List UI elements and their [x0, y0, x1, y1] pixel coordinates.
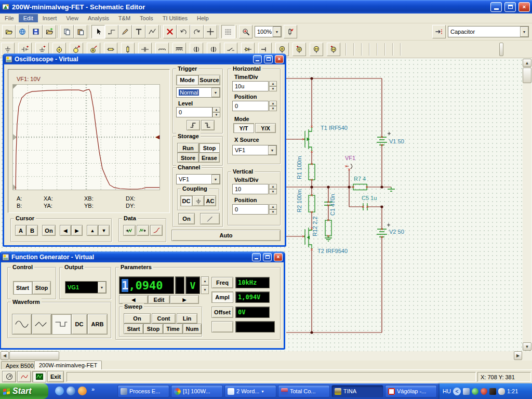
fg-stop-button[interactable]: Stop	[32, 281, 51, 295]
quicklaunch-browser-icon[interactable]	[66, 387, 75, 395]
menu-tm[interactable]: T&M	[114, 14, 135, 22]
tab-apex-b500[interactable]: Apex B500	[1, 361, 38, 369]
ic-plus-icon[interactable]	[292, 43, 306, 56]
open-folder-button[interactable]	[43, 25, 56, 38]
crosshair-button[interactable]	[204, 25, 217, 38]
cursor-b-button[interactable]: B	[26, 225, 38, 236]
close-button[interactable]: ×	[518, 2, 530, 12]
close-button[interactable]: ×	[274, 253, 283, 261]
arb-button[interactable]: ARB	[87, 314, 108, 335]
timediv-spinner[interactable]: ▲▼	[269, 81, 277, 91]
tab-200w-minimalveg-fet[interactable]: 200W-minimalveg-FET	[34, 361, 102, 369]
select-tool-button[interactable]	[91, 25, 105, 38]
tray-network-icon[interactable]	[463, 388, 470, 395]
copy-button[interactable]	[60, 25, 74, 38]
start-button[interactable]: Start	[0, 383, 48, 399]
menu-tools[interactable]: Tools	[135, 14, 158, 22]
channel-combobox[interactable]: VF1 ▼	[176, 174, 220, 184]
sweep-cont-button[interactable]: Cont	[152, 313, 176, 324]
delete-button[interactable]	[163, 25, 177, 38]
wire-tool-button[interactable]	[105, 25, 118, 38]
blank-button[interactable]	[211, 321, 233, 332]
auto-button[interactable]: Auto	[171, 230, 281, 241]
coupling-dc-button[interactable]: DC	[180, 195, 192, 206]
component-label-c5[interactable]: C5 1u	[362, 195, 377, 201]
offset-button[interactable]: Offset	[211, 307, 233, 318]
vertical-scrollbar[interactable]: ▲ ▼	[523, 59, 531, 351]
trigger-rising-edge-button[interactable]	[187, 120, 200, 130]
sweep-on-button[interactable]: On	[124, 313, 151, 324]
data-curve-button[interactable]	[150, 225, 163, 236]
minimize-button[interactable]	[252, 253, 261, 261]
zoom-combobox[interactable]: 100% ▼	[255, 26, 282, 37]
run-button[interactable]: Run	[177, 143, 199, 153]
data-import-button[interactable]	[123, 225, 136, 236]
h-position-spinner[interactable]: ▲▼	[269, 101, 277, 111]
output-combobox[interactable]: VG1 ▼	[65, 281, 107, 294]
quicklaunch-ie-icon[interactable]	[55, 387, 64, 395]
web-button[interactable]	[16, 25, 29, 38]
pencil-tool-button[interactable]	[118, 25, 132, 38]
xsource-combobox[interactable]: VF1 ▼	[232, 145, 277, 155]
cursor-on-button[interactable]: On	[42, 225, 56, 236]
cursor-right-icon[interactable]: ▶	[71, 225, 83, 236]
task-total-commander[interactable]: Total Co...	[278, 385, 330, 397]
maximize-button[interactable]	[264, 55, 273, 63]
trigger-mode-combobox[interactable]: Normal ▼	[176, 87, 220, 98]
h-position-input[interactable]: 0	[232, 101, 269, 111]
open-button[interactable]	[2, 25, 16, 38]
redo-button[interactable]	[190, 25, 204, 38]
sweep-time-button[interactable]: Time	[163, 324, 183, 334]
task-word-group[interactable]: 2 Word...▾	[224, 385, 276, 397]
component-combobox[interactable]: Capacitor ▼	[448, 26, 529, 37]
component-label-r7[interactable]: R7 4	[354, 176, 366, 182]
menu-insert[interactable]: Insert	[38, 14, 62, 22]
paste-button[interactable]	[74, 25, 87, 38]
task-browser-100w[interactable]: [1] 100W...	[171, 385, 223, 397]
minimize-button[interactable]	[490, 2, 502, 12]
sweep-lin-button[interactable]: Lin	[177, 313, 197, 324]
edit-button[interactable]: Edit	[148, 295, 170, 304]
minimize-button[interactable]	[253, 55, 262, 63]
chevron-down-icon[interactable]: ▼	[273, 26, 281, 37]
menu-help[interactable]: Help	[192, 14, 214, 22]
undo-button[interactable]	[177, 25, 190, 38]
level-input[interactable]: 0	[176, 107, 212, 117]
freq-button[interactable]: Freq	[211, 277, 233, 288]
timediv-input[interactable]: 10u	[232, 81, 269, 91]
tray-app-icon[interactable]	[489, 388, 496, 395]
yx-button[interactable]: Y/X	[255, 123, 276, 133]
menu-view[interactable]: View	[61, 14, 83, 22]
scroll-up-icon[interactable]: ▲	[523, 59, 531, 67]
horizontal-scroll-thumb[interactable]	[9, 351, 59, 360]
component-label-t1[interactable]: T1 IRF540	[321, 125, 348, 131]
polyline-tool-button[interactable]	[145, 25, 159, 38]
grid-toggle-button[interactable]	[221, 25, 235, 38]
level-spinner[interactable]: ▲▼	[212, 107, 220, 117]
chevron-down-icon[interactable]: ▼	[211, 88, 220, 97]
chevron-down-icon[interactable]: ▼	[268, 145, 276, 155]
scroll-right-icon[interactable]: ▶	[514, 351, 522, 360]
yt-button[interactable]: Y/T	[233, 123, 254, 133]
component-label-c1[interactable]: C1 470n	[329, 194, 336, 216]
component-label-r1[interactable]: R1 100m	[296, 156, 302, 179]
data-export-button[interactable]	[137, 225, 149, 236]
heatsink-icon[interactable]	[310, 43, 323, 56]
coupling-ground-button[interactable]	[192, 195, 204, 206]
coupling-ac-button[interactable]: AC	[204, 195, 216, 206]
language-indicator[interactable]: HU	[443, 388, 451, 394]
menu-ti-utilities[interactable]: TI Utilities	[158, 14, 192, 22]
component-label-v2[interactable]: V2 50	[389, 229, 404, 235]
probe-button[interactable]	[200, 213, 220, 224]
chevron-down-icon[interactable]: ▼	[520, 26, 528, 37]
sweep-stop-button[interactable]: Stop	[143, 324, 163, 334]
component-label-r12[interactable]: R12 2,2	[312, 216, 318, 236]
cursor-up-icon[interactable]: ▲	[87, 225, 98, 236]
trigger-source-button[interactable]: Source	[198, 75, 220, 85]
cursor-left-icon[interactable]: ◀	[60, 225, 71, 236]
display-spinner[interactable]: ▲▼	[201, 276, 209, 294]
close-button[interactable]: ×	[275, 55, 284, 63]
quicklaunch-firefox-icon[interactable]	[78, 387, 87, 395]
component-label-vf1[interactable]: VF1	[345, 155, 355, 161]
trigger-marker-icon[interactable]: ◀	[155, 134, 159, 140]
